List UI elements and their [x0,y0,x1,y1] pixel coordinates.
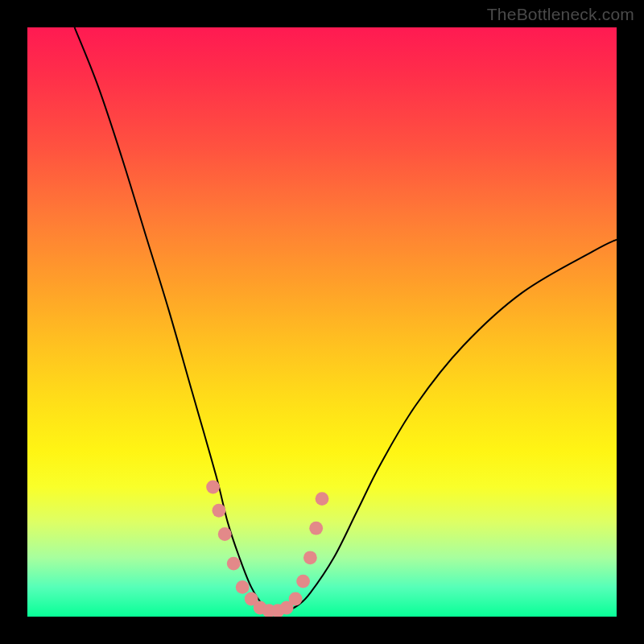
watermark-text: TheBottleneck.com [487,5,634,24]
highlight-markers [206,481,328,617]
chart-plot-area [27,27,617,617]
marker-dot [289,592,303,606]
marker-dot [218,527,232,541]
marker-dot [316,492,329,506]
chart-svg [27,27,617,617]
marker-dot [206,481,220,494]
bottleneck-curve [75,27,617,612]
marker-dot [296,575,310,588]
marker-dot [303,551,317,564]
marker-dot [227,557,241,571]
marker-dot [309,522,323,535]
marker-dot [212,504,225,518]
marker-dot [236,580,250,594]
